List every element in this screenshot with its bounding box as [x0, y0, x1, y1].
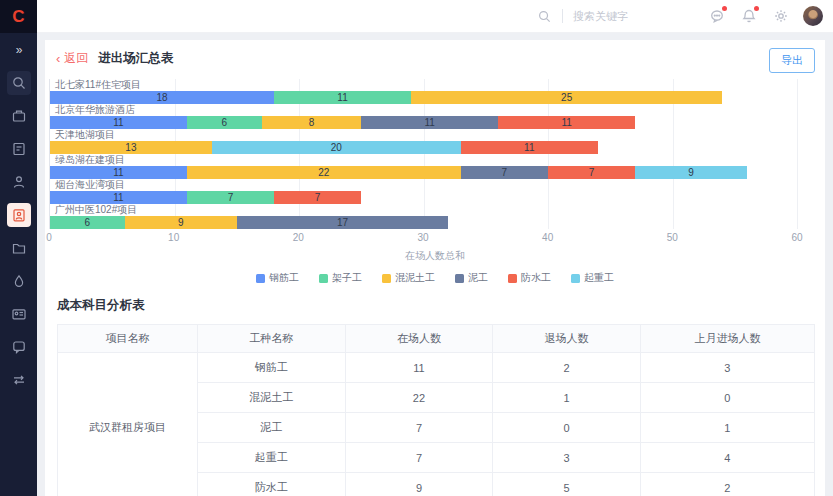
topbar: 搜索关键字 — [37, 0, 833, 33]
briefcase-icon — [11, 108, 27, 124]
bar-segment-混泥土工[interactable]: 22 — [187, 166, 461, 179]
sidebar-item-documents[interactable] — [7, 137, 31, 161]
bar-segment-钢筋工[interactable]: 18 — [50, 91, 274, 104]
bar-segment-防水工[interactable]: 11 — [498, 116, 635, 129]
chart-category: 广州中医102#项目6917 — [50, 204, 797, 229]
gridline — [797, 79, 798, 229]
bar-segment-起重工[interactable]: 20 — [212, 141, 461, 154]
table-header-cell: 退场人数 — [493, 325, 641, 353]
category-label: 天津地湖项目 — [50, 129, 797, 140]
legend-swatch — [319, 274, 328, 283]
project-name-cell: 武汉群租房项目 — [58, 353, 198, 496]
back-chevron-icon[interactable]: ‹ — [56, 51, 60, 66]
sidebar-item-water[interactable] — [7, 269, 31, 293]
legend-item-防水工[interactable]: 防水工 — [508, 271, 551, 285]
bar-segment-钢筋工[interactable]: 11 — [50, 116, 187, 129]
report-card: ‹ 返回 进出场汇总表 导出 北七家11#住宅项目181125北京年华旅游酒店1… — [45, 40, 825, 496]
legend-item-架子工[interactable]: 架子工 — [319, 271, 362, 285]
stacked-bar-chart: 北七家11#住宅项目181125北京年华旅游酒店11681111天津地湖项目13… — [45, 77, 825, 229]
category-label: 绿岛湖在建项目 — [50, 154, 797, 165]
chat-icon — [11, 339, 27, 355]
back-link[interactable]: 返回 — [64, 50, 88, 67]
water-drop-icon — [11, 273, 27, 289]
breadcrumb: ‹ 返回 进出场汇总表 — [45, 40, 825, 77]
sidebar: C » — [0, 0, 37, 496]
bar-segment-泥工[interactable]: 11 — [361, 116, 498, 129]
chart-category: 烟台海业湾项目1177 — [50, 179, 797, 204]
worker-type-cell: 钢筋工 — [198, 353, 346, 383]
entered-last-month-cell: 4 — [640, 443, 814, 473]
bar-segment-架子工[interactable]: 7 — [187, 191, 274, 204]
sidebar-item-files[interactable] — [7, 236, 31, 260]
avatar[interactable] — [803, 6, 823, 26]
app-logo[interactable]: C — [0, 0, 37, 33]
bar-segment-混泥土工[interactable]: 13 — [50, 141, 212, 154]
bar-segment-起重工[interactable]: 9 — [635, 166, 747, 179]
sidebar-item-monitor[interactable] — [7, 302, 31, 326]
stacked-bar: 181125 — [50, 91, 797, 104]
bar-segment-泥工[interactable]: 17 — [237, 216, 449, 229]
sidebar-item-transfer[interactable] — [7, 368, 31, 392]
category-label: 北七家11#住宅项目 — [50, 79, 797, 90]
bar-segment-混泥土工[interactable]: 9 — [125, 216, 237, 229]
legend-label: 钢筋工 — [269, 271, 299, 285]
legend-item-混泥土工[interactable]: 混泥土工 — [382, 271, 435, 285]
export-button[interactable]: 导出 — [769, 48, 815, 73]
chart-category: 北七家11#住宅项目181125 — [50, 79, 797, 104]
sidebar-item-messages[interactable] — [7, 335, 31, 359]
sidebar-expand-button[interactable]: » — [16, 43, 22, 57]
bar-segment-混泥土工[interactable]: 8 — [262, 116, 362, 129]
search-input[interactable]: 搜索关键字 — [573, 9, 693, 24]
legend-item-泥工[interactable]: 泥工 — [455, 271, 488, 285]
x-tick-label: 10 — [168, 232, 179, 243]
bar-segment-防水工[interactable]: 7 — [274, 191, 361, 204]
sidebar-item-search[interactable] — [7, 71, 31, 95]
bar-segment-防水工[interactable]: 7 — [548, 166, 635, 179]
entered-last-month-cell: 0 — [640, 383, 814, 413]
table-header-cell: 在场人数 — [345, 325, 493, 353]
sidebar-item-worker-roster-active[interactable] — [7, 203, 31, 227]
legend-item-起重工[interactable]: 起重工 — [571, 271, 614, 285]
x-axis-ticks: 0102030405060 — [49, 232, 797, 246]
table-body: 武汉群租房项目钢筋工1123混泥土工2210泥工701起重工734防水工952 — [58, 353, 815, 496]
bell-icon[interactable] — [741, 8, 757, 24]
bar-segment-架子工[interactable]: 6 — [50, 216, 125, 229]
bar-segment-混泥土工[interactable]: 25 — [411, 91, 722, 104]
bar-segment-泥工[interactable]: 7 — [461, 166, 548, 179]
bar-segment-架子工[interactable]: 6 — [187, 116, 262, 129]
exited-count-cell: 3 — [493, 443, 641, 473]
sidebar-item-personnel[interactable] — [7, 170, 31, 194]
chart-legend: 钢筋工架子工混泥土工泥工防水工起重工 — [45, 271, 825, 285]
x-tick-label: 40 — [542, 232, 553, 243]
legend-label: 泥工 — [468, 271, 488, 285]
x-tick-label: 0 — [46, 232, 52, 243]
on-site-count-cell: 22 — [345, 383, 493, 413]
sidebar-item-projects[interactable] — [7, 104, 31, 128]
x-tick-label: 50 — [667, 232, 678, 243]
legend-item-钢筋工[interactable]: 钢筋工 — [256, 271, 299, 285]
gear-icon[interactable] — [773, 8, 789, 24]
cost-analysis-table: 项目名称工种名称在场人数退场人数上月进场人数 武汉群租房项目钢筋工1123混泥土… — [57, 324, 815, 496]
content: ‹ 返回 进出场汇总表 导出 北七家11#住宅项目181125北京年华旅游酒店1… — [37, 33, 833, 496]
bar-segment-架子工[interactable]: 11 — [274, 91, 411, 104]
bar-segment-钢筋工[interactable]: 11 — [50, 191, 187, 204]
exited-count-cell: 2 — [493, 353, 641, 383]
bar-segment-钢筋工[interactable]: 11 — [50, 166, 187, 179]
x-tick-label: 30 — [417, 232, 428, 243]
exited-count-cell: 1 — [493, 383, 641, 413]
main-area: 搜索关键字 ‹ 返回 进出场汇总表 导出 — [37, 0, 833, 496]
on-site-count-cell: 7 — [345, 413, 493, 443]
bar-segment-防水工[interactable]: 11 — [461, 141, 598, 154]
message-badge — [722, 6, 727, 11]
chart-plot: 北七家11#住宅项目181125北京年华旅游酒店11681111天津地湖项目13… — [49, 79, 797, 229]
on-site-count-cell: 9 — [345, 473, 493, 496]
entered-last-month-cell: 1 — [640, 413, 814, 443]
entered-last-month-cell: 3 — [640, 353, 814, 383]
table-section: 成本科目分析表 项目名称工种名称在场人数退场人数上月进场人数 武汉群租房项目钢筋… — [45, 285, 825, 496]
table-header-row: 项目名称工种名称在场人数退场人数上月进场人数 — [58, 325, 815, 353]
message-icon[interactable] — [709, 8, 725, 24]
legend-label: 起重工 — [584, 271, 614, 285]
x-tick-label: 60 — [791, 232, 802, 243]
search-icon[interactable] — [537, 9, 552, 24]
legend-swatch — [455, 274, 464, 283]
